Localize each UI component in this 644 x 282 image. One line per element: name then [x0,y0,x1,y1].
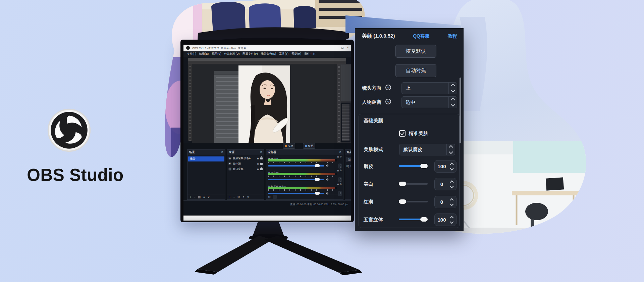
chevron-up-icon[interactable] [450,180,453,184]
gear-icon[interactable]: ⚙ [221,151,223,154]
monitor-screen: OBS 29.1.3 - 配置文件: 未命名 - 场景: 未命名 — ▢ ✕ 文… [183,45,351,215]
panel-scrollbar[interactable] [460,78,461,143]
source-row[interactable]: ◉ 视频采集设备A ◉ [227,156,264,160]
chevron-down-icon [451,88,455,93]
volume-slider[interactable] [268,164,329,168]
scene-up-icon[interactable]: ∧ [203,195,205,199]
menu-file[interactable]: 文件(F) [187,52,196,56]
kebab-menu-icon[interactable] [338,177,342,182]
eye-icon[interactable]: ◉ [257,157,259,160]
obs-window-title: OBS 29.1.3 - 配置文件: 未命名 - 场景: 未命名 [192,46,246,50]
face-3d-slider[interactable] [399,219,428,220]
eye-icon[interactable]: ◉ [257,162,259,165]
source-properties-icon[interactable]: ⚙ [237,195,240,199]
status-text: 直播: 00:00:00 录制: 00:00:00 CPU: 2.3%, 30.… [290,203,348,206]
kebab-menu-icon[interactable] [338,163,342,169]
slider-handle[interactable] [420,217,428,222]
preview-chip[interactable]: 预览 [303,143,315,149]
whitening-spinbox[interactable]: 0 [434,178,457,190]
autofocus-button[interactable]: 自动对焦 [395,64,436,77]
chevron-up-icon[interactable] [450,162,453,166]
obs-preview [183,57,351,143]
maximize-button[interactable]: ▢ [340,46,345,49]
window-icon: ▢ [228,168,231,171]
chevron-down-icon[interactable] [450,184,453,188]
rosy-spinbox[interactable]: 0 [434,196,457,208]
monitor: OBS 29.1.3 - 配置文件: 未命名 - 场景: 未命名 — ▢ ✕ 文… [180,40,354,222]
obs-wordmark: OBS Studio [17,165,133,185]
source-up-icon[interactable]: ∧ [243,195,245,199]
chevron-up-icon [449,145,453,149]
mixer-settings-icon[interactable]: ⚙ [268,195,271,199]
restore-defaults-button[interactable]: 恢复默认 [395,45,436,58]
menu-help[interactable]: 帮助(H) [291,52,301,56]
menu-docks[interactable]: 停靠部件(D) [224,52,240,56]
close-button[interactable]: ✕ [345,46,350,49]
eye-icon[interactable]: ◉ [257,168,259,171]
channel-icons[interactable]: ◉ ⚙ [337,183,342,186]
slider-handle[interactable] [399,199,406,204]
scene-list-item[interactable]: 场景 [188,156,224,161]
page: OBS Studio OBS 29.1.3 - 配置文件: 未命名 - 场景: … [0,0,644,282]
person-distance-select[interactable]: 适中 [401,96,457,108]
camera-direction-select[interactable]: 上 [401,82,457,94]
speaker-icon[interactable] [326,178,329,181]
select-stepper[interactable] [446,144,455,155]
channel-icons[interactable]: ◉ ⚙ [337,169,342,172]
chevron-up-icon[interactable] [450,216,453,220]
select-stepper[interactable] [448,97,457,108]
add-scene-icon[interactable]: + [190,195,191,199]
precise-skin-row: 精准美肤 [399,130,428,137]
chevron-down-icon[interactable] [450,220,453,224]
menu-view[interactable]: 视图(V) [212,52,221,56]
smoothing-spinbox[interactable]: 100 [434,160,457,173]
live-chip[interactable]: 实况 [283,143,295,149]
scenes-dock: 场景⚙ 场景 + − ▤ ∧ ∨ [187,149,225,200]
transition-select[interactable]: 淡出 [346,157,351,162]
slider-handle[interactable] [420,164,428,168]
face-3d-spinbox[interactable]: 100 [434,214,457,226]
chevron-down-icon[interactable] [450,202,453,206]
gear-icon[interactable]: ⚙ [260,151,262,154]
tutorial-link[interactable]: 教程 [448,33,457,39]
channel-icons[interactable]: ◉ ⚙ [337,155,342,158]
minimize-button[interactable]: — [335,46,339,49]
rosy-slider[interactable] [399,201,428,202]
source-row[interactable]: ▶ 媒体源 ◉ [227,161,264,166]
menu-profile[interactable]: 配置文件(P) [243,52,258,56]
duplicate-scene-icon[interactable]: ▤ [198,195,201,199]
chevron-down-icon[interactable] [450,167,453,170]
transition-value: 淡出 [348,158,351,161]
lock-icon[interactable] [260,163,263,165]
menu-tools[interactable]: 工具(T) [279,52,288,56]
chevron-up-icon [451,84,455,88]
select-stepper[interactable] [448,83,457,94]
qq-support-link[interactable]: QQ客服 [413,33,430,39]
smoothing-slider[interactable] [399,165,428,167]
kebab-menu-icon[interactable] [273,195,277,199]
menu-scene-collection[interactable]: 场景集合(S) [261,52,276,56]
menu-plugin-center[interactable]: 插件中心 [304,52,316,56]
help-icon[interactable]: ? [385,99,391,104]
scene-down-icon[interactable]: ∨ [208,195,210,199]
obs-logo-icon [46,107,92,153]
lock-icon[interactable] [260,168,263,170]
whitening-slider[interactable] [399,183,428,185]
lock-icon[interactable] [260,157,263,159]
add-source-icon[interactable]: + [229,195,231,199]
gear-icon[interactable]: ⚙ [339,151,341,154]
remove-scene-icon[interactable]: − [194,195,195,199]
volume-slider[interactable] [268,178,329,181]
skin-mode-select[interactable]: 默认磨皮 [399,144,455,155]
slider-handle[interactable] [399,182,406,186]
source-row[interactable]: ▢ 窗口采集 ◉ [227,167,264,171]
menu-edit[interactable]: 编辑(E) [199,52,209,56]
portrait-photo [238,65,290,143]
remove-source-icon[interactable]: − [233,195,235,199]
speaker-icon[interactable] [326,164,329,167]
chevron-up-icon[interactable] [450,198,453,202]
precise-skin-checkbox[interactable] [399,130,406,137]
help-icon[interactable]: ? [385,85,391,90]
section-title: 基础美颜 [364,117,383,124]
source-down-icon[interactable]: ∨ [247,195,249,199]
